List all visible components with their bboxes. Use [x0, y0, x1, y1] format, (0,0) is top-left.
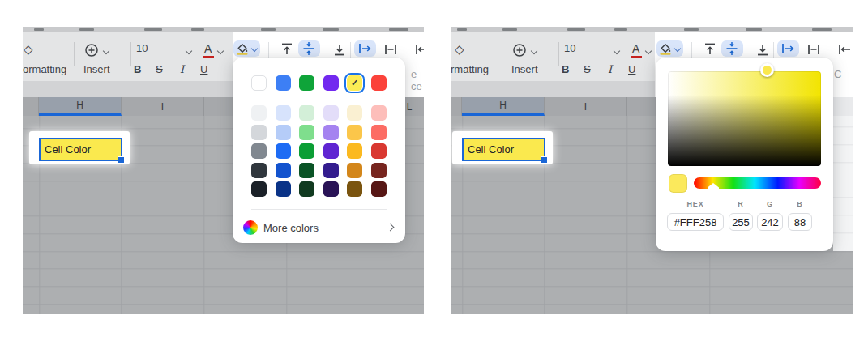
palette-swatch[interactable] — [299, 181, 314, 197]
insert-plus-icon[interactable] — [512, 43, 527, 58]
more-colors-item[interactable]: More colors — [243, 219, 394, 237]
insert-button-label[interactable]: Insert — [83, 63, 110, 75]
cutoff-artifact — [812, 28, 832, 31]
insert-button-label[interactable]: Insert — [511, 63, 538, 75]
palette-swatch[interactable] — [323, 143, 339, 159]
underline-button[interactable]: U — [200, 63, 207, 75]
text-color-button[interactable]: A — [632, 42, 639, 55]
palette-swatch[interactable] — [347, 181, 362, 197]
column-header-i[interactable]: I — [122, 97, 204, 116]
palette-swatch[interactable] — [323, 181, 339, 197]
align-middle-button[interactable] — [721, 40, 743, 57]
text-clip-icon[interactable] — [806, 42, 821, 57]
palette-swatch[interactable] — [371, 143, 387, 159]
formatting-button-label[interactable]: rmatting — [451, 63, 489, 75]
palette-swatch[interactable] — [276, 125, 291, 140]
palette-swatch[interactable] — [251, 125, 267, 140]
strikethrough-button[interactable]: S — [156, 63, 163, 75]
palette-swatch[interactable] — [323, 75, 339, 91]
palette-swatch[interactable] — [347, 125, 362, 140]
insert-plus-icon[interactable] — [84, 43, 99, 58]
palette-swatch[interactable] — [299, 143, 314, 159]
font-size-chevron-icon[interactable] — [614, 48, 620, 54]
r-input[interactable]: 255 — [729, 213, 753, 231]
palette-swatch[interactable] — [251, 143, 267, 159]
column-header-partial[interactable] — [23, 97, 39, 116]
palette-swatch[interactable] — [276, 143, 291, 159]
align-top-icon[interactable] — [280, 42, 294, 57]
palette-swatch[interactable] — [347, 143, 362, 159]
conditional-formatting-icon[interactable]: ◇ — [455, 42, 464, 57]
palette-swatch[interactable] — [251, 163, 267, 178]
selected-cell[interactable]: Cell Color — [462, 138, 545, 161]
text-clip-icon[interactable] — [383, 42, 398, 57]
column-header-h[interactable]: H — [39, 97, 122, 116]
strikethrough-button[interactable]: S — [584, 63, 591, 75]
palette-swatch[interactable] — [371, 181, 387, 197]
text-wrap-icon-partial[interactable] — [837, 42, 852, 57]
palette-swatch[interactable] — [371, 75, 387, 91]
fill-handle[interactable] — [541, 156, 548, 164]
insert-chevron-icon[interactable] — [103, 48, 109, 54]
palette-swatch[interactable] — [276, 181, 291, 197]
align-middle-button[interactable] — [298, 40, 320, 57]
palette-swatch[interactable] — [323, 105, 339, 121]
palette-swatch[interactable] — [371, 105, 387, 121]
column-header-i[interactable]: I — [545, 97, 627, 116]
b-input[interactable]: 88 — [788, 213, 812, 231]
cutoff-artifact — [34, 28, 44, 31]
text-color-button[interactable]: A — [204, 42, 212, 55]
formatting-button-label[interactable]: ormatting — [23, 63, 66, 75]
font-size-value[interactable]: 10 — [564, 42, 575, 54]
palette-swatch[interactable] — [299, 75, 314, 91]
fill-color-chevron-icon — [674, 45, 681, 52]
palette-swatch[interactable] — [347, 105, 362, 121]
palette-swatch[interactable] — [299, 125, 314, 140]
align-top-icon[interactable] — [703, 42, 717, 57]
palette-swatch[interactable] — [251, 105, 267, 121]
palette-swatch[interactable] — [276, 163, 291, 178]
palette-swatch[interactable] — [347, 163, 362, 178]
underline-button[interactable]: U — [628, 63, 635, 75]
font-size-value[interactable]: 10 — [136, 42, 148, 54]
palette-swatch[interactable] — [371, 125, 387, 140]
insert-chevron-icon[interactable] — [531, 48, 537, 54]
palette-swatch[interactable] — [299, 105, 314, 121]
palette-swatch[interactable] — [323, 163, 339, 178]
palette-swatch[interactable] — [251, 75, 267, 91]
fill-color-button[interactable] — [656, 40, 683, 57]
fill-handle[interactable] — [118, 156, 125, 164]
palette-swatch-selected[interactable]: ✓ — [347, 75, 362, 91]
italic-button[interactable]: I — [608, 63, 612, 75]
text-overflow-button[interactable] — [777, 40, 799, 57]
palette-swatch[interactable] — [371, 163, 387, 178]
column-header-partial[interactable] — [451, 97, 462, 116]
text-overflow-button[interactable] — [354, 40, 376, 57]
palette-swatch[interactable] — [276, 105, 291, 121]
text-color-chevron-icon[interactable] — [645, 48, 652, 54]
selected-cell[interactable]: Cell Color — [39, 138, 122, 161]
g-input[interactable]: 242 — [757, 213, 783, 231]
palette-swatch[interactable] — [276, 75, 291, 91]
palette-swatch[interactable] — [251, 181, 267, 197]
text-color-chevron-icon[interactable] — [217, 48, 224, 54]
align-bottom-icon[interactable] — [332, 42, 347, 57]
bold-button[interactable]: B — [134, 63, 141, 75]
hex-input[interactable]: #FFF258 — [667, 213, 724, 231]
popup-glow-sliver — [833, 97, 853, 251]
bold-button[interactable]: B — [562, 63, 569, 75]
column-header-h[interactable]: H — [462, 97, 545, 116]
align-bottom-icon[interactable] — [755, 42, 770, 57]
cell-spotlight-glow: Cell Color — [29, 131, 130, 164]
conditional-formatting-icon[interactable]: ◇ — [24, 42, 33, 57]
fill-color-button[interactable] — [233, 40, 260, 57]
palette-swatch[interactable] — [323, 125, 339, 140]
divider — [558, 42, 559, 66]
palette-swatch[interactable] — [299, 163, 314, 178]
text-wrap-icon-partial[interactable] — [414, 42, 424, 57]
italic-button[interactable]: I — [180, 63, 184, 75]
saturation-value-field[interactable] — [668, 71, 821, 166]
paint-bucket-icon — [235, 41, 250, 56]
font-size-chevron-icon[interactable] — [186, 48, 192, 54]
saturation-value-handle[interactable] — [760, 63, 774, 77]
